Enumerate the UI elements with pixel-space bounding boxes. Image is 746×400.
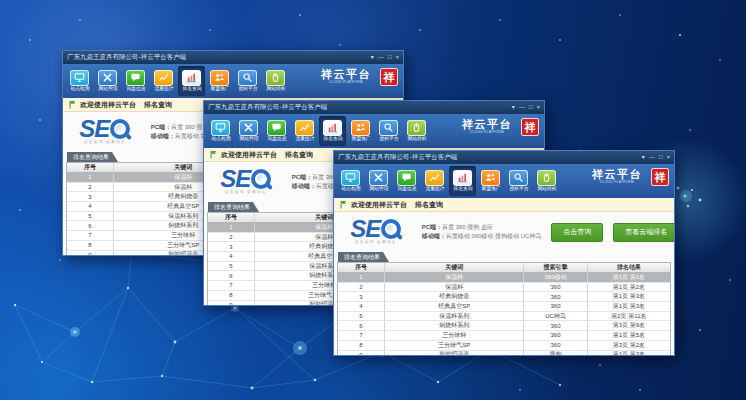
toolbar-item-site-manage[interactable]: 网站管理 xyxy=(365,166,392,196)
toolbar-item-site-privilege[interactable]: 网站特权 xyxy=(262,66,289,96)
minimize-button[interactable]: — xyxy=(519,101,525,114)
toolbar-item-rank-query[interactable]: 排名查询 xyxy=(178,66,205,96)
toolbar-item-rank-query[interactable]: 排名查询 xyxy=(319,116,346,146)
skin-button[interactable]: ▾ xyxy=(642,151,645,164)
seo-logo: SE 点击查询 查看排名 xyxy=(71,118,139,147)
toolbar-item-site-manage[interactable]: 网站管理 xyxy=(235,116,262,146)
toolbar-item-inquiry-info[interactable]: 询盘信息 xyxy=(393,166,420,196)
rank-query-icon xyxy=(182,70,201,86)
table-row[interactable]: 4 经典真空SP 360 第1页 第3名 xyxy=(338,302,670,312)
toolbar-item-traffic-stats[interactable]: 流量统计 xyxy=(421,166,448,196)
results-tab[interactable]: 排名查询结果 xyxy=(67,152,118,162)
toolbar-item-label: 站点检测 xyxy=(341,186,360,192)
brand-seal-icon: 祥 xyxy=(380,68,398,86)
site-privilege-icon xyxy=(537,170,556,186)
close-button[interactable]: × xyxy=(395,51,399,64)
title-bar[interactable]: 广东九鼎王皮具有限公司-祥云平台客户端 ▾—□× xyxy=(204,101,544,114)
minimize-button[interactable]: — xyxy=(378,51,384,64)
traffic-stats-icon xyxy=(425,170,444,186)
table-row[interactable]: 6 焖烧杯系列 360 第3页 第9名 xyxy=(338,321,670,331)
toolbar-item-alliance-promo[interactable]: 聚盟推广 xyxy=(477,166,504,196)
query-button[interactable]: 点击查询 xyxy=(551,223,603,242)
table-row[interactable]: 3 经典焖烧壶 360 第1页 第3名 xyxy=(338,292,670,302)
skin-button[interactable]: ▾ xyxy=(512,101,515,114)
table-row[interactable]: 9 智能恒温壶 搜狗 第1页 第3名 xyxy=(338,351,670,357)
maximize-button[interactable]: □ xyxy=(388,51,392,64)
seo-tagline: 点击查询 查看排名 xyxy=(225,190,267,194)
column-header-keyword: 关键词 xyxy=(385,263,524,272)
toolbar-item-inquiry-info[interactable]: 询盘信息 xyxy=(263,116,290,146)
maximize-button[interactable]: □ xyxy=(529,101,533,114)
toolbar-item-site-check[interactable]: 站点检测 xyxy=(207,116,234,146)
toolbar-item-label: 流量统计 xyxy=(295,136,314,142)
welcome-section-text: 排名查询 xyxy=(285,150,313,160)
seo-header: SE 点击查询 查看排名 PC端：百度 360 搜狗 必应 移动端：百度移动 3… xyxy=(334,212,674,252)
title-bar[interactable]: 广东九鼎王皮具有限公司-祥云平台客户端 ▾—□× xyxy=(334,151,674,164)
mobile-engines-value: 百度移动 360移动 搜狗移动 UC神马 xyxy=(446,233,542,239)
toolbar-item-traffic-stats[interactable]: 流量统计 xyxy=(150,66,177,96)
toolbar-item-label: 网站特权 xyxy=(407,136,426,142)
table-row[interactable]: 1 保温杯 360移动 第1页 第1名 xyxy=(338,273,670,283)
toolbar-items: 站点检测 网站管理 询盘信息 流量统计 排名查询 聚盟推广 xyxy=(66,66,290,96)
flag-icon xyxy=(69,100,76,109)
toolbar-item-label: 网站特权 xyxy=(537,186,556,192)
toolbar-item-auth-platform[interactable]: 授权平台 xyxy=(375,116,402,146)
toolbar-item-alliance-promo[interactable]: 聚盟推广 xyxy=(206,66,233,96)
toolbar-item-site-manage[interactable]: 网站管理 xyxy=(94,66,121,96)
close-button[interactable]: × xyxy=(666,151,670,164)
welcome-text: 欢迎使用祥云平台 xyxy=(80,100,136,110)
toolbar-item-label: 聚盟推广 xyxy=(351,136,370,142)
brand-logo: 祥云平台 CLOUD PLATFORM 祥 xyxy=(315,68,398,86)
table-row[interactable]: 8 三分味气SP 360 第3页 第2名 xyxy=(338,341,670,351)
toolbar-item-label: 网站管理 xyxy=(369,186,388,192)
window-title: 广东九鼎王皮具有限公司-祥云平台客户端 xyxy=(67,53,367,62)
magnifier-icon xyxy=(110,119,130,139)
toolbar-item-traffic-stats[interactable]: 流量统计 xyxy=(291,116,318,146)
toolbar-item-site-privilege[interactable]: 网站特权 xyxy=(533,166,560,196)
toolbar-item-auth-platform[interactable]: 授权平台 xyxy=(234,66,261,96)
toolbar-item-label: 排名查询 xyxy=(182,86,201,92)
toolbar-item-site-privilege[interactable]: 网站特权 xyxy=(403,116,430,146)
traffic-stats-icon xyxy=(154,70,173,86)
magnifier-icon xyxy=(251,169,271,189)
welcome-text: 欢迎使用祥云平台 xyxy=(351,200,407,210)
action-buttons: 点击查询 查看云端排名 xyxy=(541,223,675,242)
site-check-icon xyxy=(341,170,360,186)
minimize-button[interactable]: — xyxy=(649,151,655,164)
toolbar-item-label: 聚盟推广 xyxy=(210,86,229,92)
toolbar-item-auth-platform[interactable]: 授权平台 xyxy=(505,166,532,196)
welcome-section-text: 排名查询 xyxy=(144,100,172,110)
magnifier-icon xyxy=(381,219,401,239)
toolbar-item-label: 授权平台 xyxy=(238,86,257,92)
toolbar-item-alliance-promo[interactable]: 聚盟推广 xyxy=(347,116,374,146)
results-tab[interactable]: 排名查询结果 xyxy=(338,252,389,262)
inquiry-info-icon xyxy=(126,70,145,86)
toolbar-item-inquiry-info[interactable]: 询盘信息 xyxy=(122,66,149,96)
maximize-button[interactable]: □ xyxy=(659,151,663,164)
welcome-text: 欢迎使用祥云平台 xyxy=(221,150,277,160)
pc-engines-label: PC端： xyxy=(292,174,312,180)
auth-platform-icon xyxy=(238,70,257,86)
column-header-no: 序号 xyxy=(338,263,385,272)
engine-info: PC端：百度 360 搜狗 必应 移动端：百度移动 360移动 搜狗移动 UC神… xyxy=(422,223,542,242)
toolbar-item-site-check[interactable]: 站点检测 xyxy=(337,166,364,196)
close-button[interactable]: × xyxy=(536,101,540,114)
title-bar[interactable]: 广东九鼎王皮具有限公司-祥云平台客户端 ▾—□× xyxy=(63,51,403,64)
window-title: 广东九鼎王皮具有限公司-祥云平台客户端 xyxy=(208,103,508,112)
table-body: 1 保温杯 360移动 第1页 第1名 2 保温杯 360 第1页 第2名 3 … xyxy=(338,273,670,356)
view-cloud-rank-button[interactable]: 查看云端排名 xyxy=(613,223,675,242)
toolbar-item-label: 聚盟推广 xyxy=(481,186,500,192)
toolbar-items: 站点检测 网站管理 询盘信息 流量统计 排名查询 聚盟推广 xyxy=(207,116,431,146)
site-check-icon xyxy=(211,120,230,136)
table-row[interactable]: 5 保温杯系列 UC神马 第2页 第11名 xyxy=(338,312,670,322)
results-tab[interactable]: 排名查询结果 xyxy=(208,202,259,212)
table-row[interactable]: 2 保温杯 360 第1页 第2名 xyxy=(338,283,670,293)
seo-tagline: 点击查询 查看排名 xyxy=(355,240,397,244)
toolbar-item-site-check[interactable]: 站点检测 xyxy=(66,66,93,96)
toolbar-item-rank-query[interactable]: 排名查询 xyxy=(449,166,476,196)
skin-button[interactable]: ▾ xyxy=(371,51,374,64)
table-row[interactable]: 7 三分味杯 360 第1页 第5名 xyxy=(338,331,670,341)
desktop: 广东九鼎王皮具有限公司-祥云平台客户端 ▾—□× 站点检测 网站管理 询盘信息 xyxy=(0,0,746,400)
table-header-row: 序号 关键词 搜索引擎 排名结果 xyxy=(338,263,670,273)
alliance-promo-icon xyxy=(351,120,370,136)
